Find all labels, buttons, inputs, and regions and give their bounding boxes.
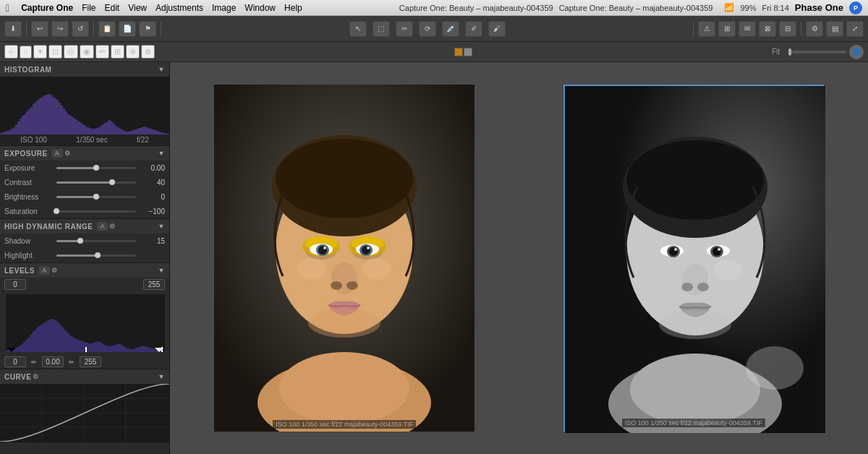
exposure-icon: ⚙ [64, 150, 71, 157]
svg-point-49 [746, 346, 804, 390]
battery-text: 99% [740, 4, 756, 12]
menu-adjustments[interactable]: Adjustments [156, 3, 203, 13]
undo-button[interactable]: ↩ [31, 21, 48, 37]
flag-button[interactable]: ⚑ [139, 21, 156, 37]
tool-crop2[interactable]: ⊡ [48, 45, 62, 59]
shadow-track[interactable] [56, 240, 136, 242]
curve-title: CURVE [4, 373, 31, 381]
saturation-thumb[interactable] [54, 208, 59, 214]
menu-image[interactable]: Image [212, 3, 236, 13]
brightness-label: Brightness [4, 193, 54, 201]
eyedropper-black[interactable]: ✏ [29, 358, 39, 367]
histogram-header[interactable]: HISTOGRAM ▼ [0, 62, 169, 77]
hdr-header[interactable]: HIGH DYNAMIC RANGE A ⚙ ▼ [0, 219, 169, 234]
warning-btn[interactable]: ⚠ [698, 21, 715, 37]
tool-cursor[interactable]: ⊹ [4, 45, 18, 59]
tool-search[interactable]: ○ [20, 46, 32, 59]
svg-point-35 [626, 140, 764, 220]
tool-more[interactable]: ⊗ [141, 45, 155, 59]
auto-btn[interactable]: A [52, 149, 63, 158]
exposure-title: EXPOSURE [4, 150, 48, 158]
wifi-icon: 📶 [724, 3, 734, 12]
histogram-info: ISO 100 1/350 sec f/22 [0, 134, 169, 145]
image-container-color: ISO 100 1/350 sec f/22 majabeauty-004359… [214, 85, 475, 432]
exposure-thumb[interactable] [93, 165, 99, 171]
saturation-row: Saturation −100 [0, 204, 169, 218]
saturation-track[interactable] [56, 210, 136, 213]
expand-btn[interactable]: ⤢ [846, 21, 864, 37]
color-chips [454, 48, 472, 56]
svg-point-25 [308, 309, 380, 338]
levels-output-mid[interactable]: 0.00 [42, 356, 64, 367]
import-button[interactable]: ⬇ [4, 21, 22, 37]
color-chip-orange [454, 48, 463, 56]
rotate-tool[interactable]: ⟳ [419, 21, 436, 37]
svg-point-47 [659, 310, 731, 339]
contrast-thumb[interactable] [109, 179, 115, 185]
menu-view[interactable]: View [128, 3, 147, 13]
exposure-track[interactable] [56, 167, 136, 169]
menu-help[interactable]: Help [284, 3, 302, 13]
highlight-track[interactable] [56, 254, 136, 257]
menu-window[interactable]: Window [244, 3, 276, 13]
levels-output-black[interactable]: 0 [4, 356, 26, 367]
contrast-track[interactable] [56, 181, 136, 184]
image-container-bw: ISO 100 1/350 sec f/22 majabeauty-004359… [563, 85, 824, 432]
eyedropper-tool[interactable]: 💉 [442, 21, 459, 37]
paste-button[interactable]: 📄 [119, 21, 136, 37]
levels-title: LEVELS [4, 267, 35, 275]
zoom-slider-track[interactable] [788, 51, 846, 53]
main-area: HISTOGRAM ▼ ISO 100 1/350 sec f/22 EXPOS… [0, 62, 868, 454]
export-btn2[interactable]: ✉ [739, 21, 756, 37]
sep4 [693, 22, 694, 36]
crop-tool[interactable]: ✂ [396, 21, 413, 37]
menu-file[interactable]: File [82, 3, 95, 13]
export-btn1[interactable]: ⊞ [718, 21, 736, 37]
brush-tool[interactable]: 🖌 [488, 21, 506, 37]
phase-one-label: Phase One [795, 2, 843, 13]
redo-button[interactable]: ↪ [51, 21, 69, 37]
tool-grid[interactable]: ⊞ [111, 45, 124, 59]
avatar[interactable]: 👤 [849, 45, 864, 59]
left-panel: HISTOGRAM ▼ ISO 100 1/350 sec f/22 EXPOS… [0, 62, 170, 454]
highlight-thumb[interactable] [95, 252, 101, 258]
copy-button[interactable]: 📋 [98, 21, 116, 37]
shadow-label: Shadow [4, 237, 54, 245]
tool-settings2[interactable]: ⊕ [126, 45, 140, 59]
stamp-tool[interactable]: ✐ [465, 21, 482, 37]
shadow-row: Shadow 15 [0, 234, 169, 248]
zoom-slider-thumb[interactable] [788, 48, 791, 56]
export-btn3[interactable]: ⊠ [759, 21, 776, 37]
levels-auto-btn[interactable]: A [39, 266, 50, 275]
hdr-auto-btn[interactable]: A [97, 222, 108, 231]
tool-pen[interactable]: ✏ [95, 45, 109, 59]
hdr-icon: ⚙ [109, 223, 116, 230]
saturation-label: Saturation [4, 207, 54, 215]
zoom-tool[interactable]: ⬚ [373, 21, 390, 37]
levels-black-input[interactable]: 0 [4, 279, 26, 290]
cursor-tool[interactable]: ↖ [349, 21, 367, 37]
layout-btn[interactable]: ▤ [826, 21, 843, 37]
shadow-thumb[interactable] [77, 238, 83, 244]
exposure-header[interactable]: EXPOSURE A ⚙ ▼ [0, 146, 169, 160]
app-name[interactable]: Capture One [21, 3, 73, 13]
eyedropper-white[interactable]: ✏ [67, 358, 77, 367]
svg-point-21 [367, 247, 370, 249]
svg-point-23 [331, 281, 342, 290]
curve-header[interactable]: CURVE ⚙ ▼ [0, 369, 169, 384]
menu-edit[interactable]: Edit [104, 3, 119, 13]
levels-output-white[interactable]: 255 [80, 356, 101, 367]
reset-button[interactable]: ↺ [72, 21, 89, 37]
tool-rotate2[interactable]: ◎ [64, 45, 78, 59]
brightness-thumb[interactable] [93, 194, 99, 200]
settings-btn[interactable]: ⚙ [806, 21, 823, 37]
levels-header[interactable]: LEVELS A ⚙ ▼ [0, 263, 169, 278]
tool-star[interactable]: ✦ [33, 45, 47, 59]
levels-white-input[interactable]: 255 [143, 279, 165, 290]
brightness-fill [56, 196, 96, 198]
highlight-row: Highlight [0, 248, 169, 262]
portrait-color-svg [214, 85, 475, 432]
export-btn4[interactable]: ⊟ [779, 21, 796, 37]
tool-stamp2[interactable]: ◉ [80, 45, 94, 59]
brightness-track[interactable] [56, 196, 136, 198]
